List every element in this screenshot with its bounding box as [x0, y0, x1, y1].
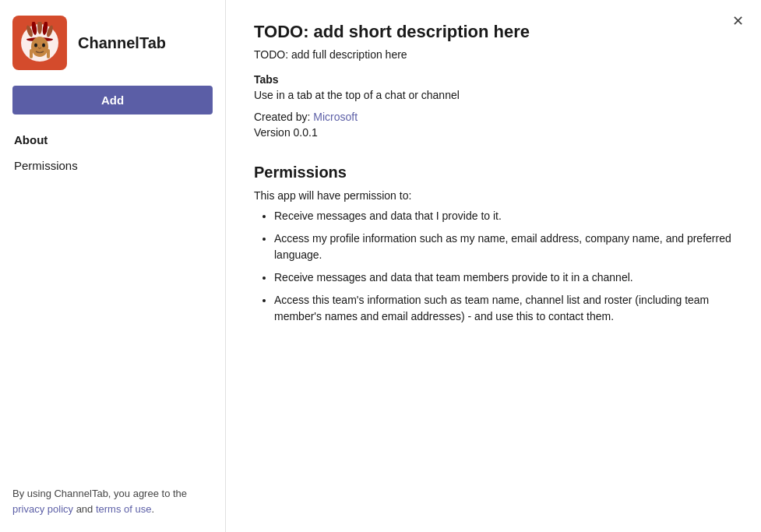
content-area: TODO: add short description here TODO: a…	[226, 0, 761, 532]
about-section: TODO: add short description here TODO: a…	[254, 22, 733, 139]
permission-item-2: Access my profile information such as my…	[274, 231, 733, 263]
permissions-list: Receive messages and data that I provide…	[271, 208, 733, 325]
svg-point-7	[34, 44, 37, 48]
created-by: Created by: Microsoft	[254, 111, 733, 123]
about-description: TODO: add full description here	[254, 48, 733, 61]
terms-of-use-link[interactable]: terms of use	[96, 503, 152, 515]
footer-prefix: By using ChannelTab, you agree to the	[12, 488, 187, 499]
footer-suffix: .	[151, 503, 154, 515]
sidebar-footer: By using ChannelTab, you agree to the pr…	[12, 470, 213, 516]
capability-label: Tabs	[254, 73, 733, 86]
permission-item-1: Receive messages and data that I provide…	[274, 208, 733, 224]
permission-item-4: Access this team's information such as t…	[274, 292, 733, 325]
app-logo-icon	[19, 22, 61, 64]
privacy-policy-link[interactable]: privacy policy	[12, 503, 73, 515]
app-icon	[12, 16, 67, 70]
created-by-label: Created by:	[254, 111, 313, 123]
permissions-section: Permissions This app will have permissio…	[254, 164, 733, 325]
permissions-title: Permissions	[254, 164, 733, 181]
footer-conjunction: and	[73, 503, 96, 515]
svg-point-6	[31, 37, 48, 57]
app-header: ChannelTab	[12, 16, 213, 70]
modal-body: ChannelTab Add About Permissions By usin…	[0, 0, 761, 532]
add-button[interactable]: Add	[12, 86, 213, 115]
svg-rect-10	[47, 49, 50, 58]
svg-point-8	[42, 44, 45, 48]
sidebar-item-about[interactable]: About	[12, 129, 213, 151]
svg-rect-9	[30, 49, 33, 58]
capability-desc: Use in a tab at the top of a chat or cha…	[254, 89, 733, 101]
version-label: Version 0.0.1	[254, 126, 733, 139]
creator-link[interactable]: Microsoft	[313, 111, 358, 123]
permissions-intro: This app will have permission to:	[254, 189, 733, 202]
close-button[interactable]: ✕	[728, 11, 749, 31]
about-title: TODO: add short description here	[254, 22, 733, 42]
app-name: ChannelTab	[78, 34, 166, 52]
sidebar: ChannelTab Add About Permissions By usin…	[0, 0, 226, 532]
modal-container: ✕	[0, 0, 761, 532]
permission-item-3: Receive messages and data that team memb…	[274, 270, 733, 286]
sidebar-item-permissions[interactable]: Permissions	[12, 154, 213, 177]
